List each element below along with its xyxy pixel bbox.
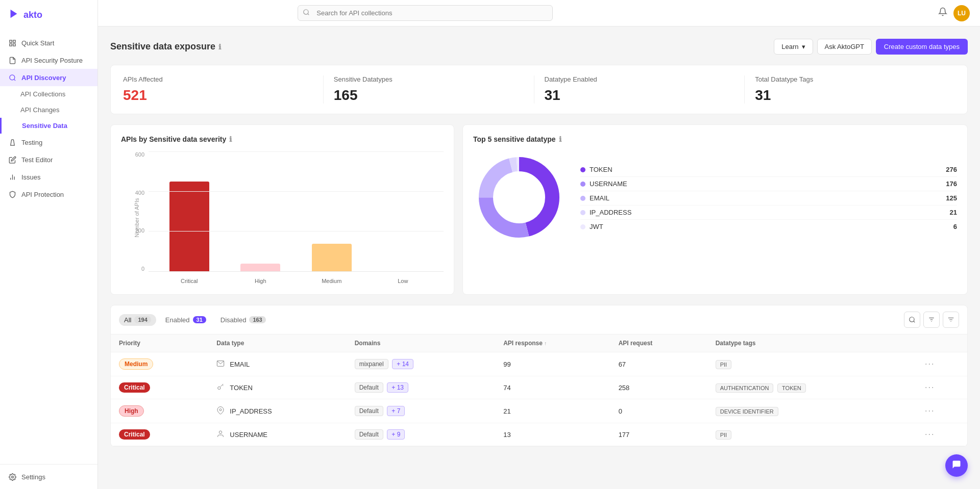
datatype-tags-cell: AUTHENTICATION TOKEN — [707, 376, 917, 399]
svg-point-5 — [9, 74, 14, 80]
donut-content: TOKEN 276 USERNAME 176 — [473, 151, 957, 245]
sidebar-nav: Quick Start API Security Posture API Dis… — [0, 30, 97, 464]
stat-total-tags: Total Datatype Tags 31 — [745, 75, 955, 104]
page-title: Sensitive data exposure ℹ — [110, 41, 221, 52]
chat-button[interactable] — [945, 454, 968, 477]
row-more-button[interactable]: ··· — [925, 430, 935, 439]
legend-item-username: USERNAME 176 — [580, 177, 957, 191]
api-response-cell: 13 — [495, 423, 610, 446]
ask-akto-button[interactable]: Ask AktoGPT — [817, 39, 872, 55]
col-api-response[interactable]: API response ↑ — [495, 334, 610, 352]
svg-line-12 — [308, 14, 309, 15]
settings-nav-item[interactable]: Settings — [8, 473, 89, 481]
table-body: Medium EMAIL mixpanel — [111, 352, 967, 446]
svg-line-20 — [914, 321, 915, 323]
bar-group-high — [230, 151, 291, 272]
row-actions-cell: ··· — [917, 399, 967, 423]
sidebar-item-api-changes[interactable]: API Changes — [0, 102, 97, 118]
sort-button[interactable] — [943, 312, 959, 328]
sidebar-item-testing[interactable]: Testing — [0, 134, 97, 151]
data-type-cell: TOKEN — [208, 376, 346, 399]
y-axis-label: Number of APIs — [134, 198, 140, 237]
api-response-cell: 21 — [495, 399, 610, 423]
user-icon — [216, 430, 225, 440]
domains-cell: Default + 13 — [347, 376, 496, 399]
datatype-tags-cell: PII — [707, 423, 917, 446]
svg-point-26 — [219, 408, 222, 410]
notification-icon[interactable] — [938, 7, 947, 19]
svg-point-11 — [304, 10, 308, 14]
sidebar-footer[interactable]: Settings — [0, 464, 97, 489]
sidebar-item-api-collections[interactable]: API Collections — [0, 86, 97, 102]
tab-enabled[interactable]: Enabled 31 — [160, 314, 211, 326]
sidebar-item-quick-start[interactable]: Quick Start — [0, 34, 97, 52]
col-datatype-tags: Datatype tags — [707, 334, 917, 352]
search-filter-button[interactable] — [904, 312, 920, 328]
info-icon: ℹ — [218, 43, 221, 51]
row-more-button[interactable]: ··· — [925, 359, 935, 368]
bars-container — [149, 151, 444, 272]
donut-chart-info-icon: ℹ — [559, 135, 561, 143]
sidebar-item-label: API Security Posture — [21, 57, 83, 64]
key-icon — [216, 383, 225, 393]
search-input[interactable] — [298, 5, 553, 21]
legend-item-jwt: JWT 6 — [580, 220, 957, 234]
logo[interactable]: akto — [0, 0, 97, 30]
chat-icon — [951, 459, 962, 472]
priority-badge-critical: Critical — [119, 429, 150, 440]
data-type-cell: IP_ADDRESS — [208, 399, 346, 423]
legend-item-email: EMAIL 125 — [580, 191, 957, 205]
content: Sensitive data exposure ℹ Learn ▾ Ask Ak… — [98, 27, 980, 489]
sidebar-item-issues[interactable]: Issues — [0, 168, 97, 186]
legend-dot-username — [580, 182, 585, 187]
filter-button[interactable] — [923, 312, 940, 328]
priority-cell: Critical — [111, 376, 208, 399]
stats-card: APIs Affected 521 Sensitive Datatypes 16… — [110, 65, 968, 114]
bar-group-critical — [159, 151, 220, 272]
sidebar-item-test-editor[interactable]: Test Editor — [0, 151, 97, 168]
discovery-icon — [8, 73, 16, 82]
priority-cell: High — [111, 399, 208, 423]
row-more-button[interactable]: ··· — [925, 383, 935, 392]
domains-cell: mixpanel + 14 — [347, 352, 496, 376]
bar-high — [240, 264, 280, 272]
bar-medium — [312, 244, 352, 272]
svg-rect-3 — [9, 43, 11, 45]
tab-disabled[interactable]: Disabled 163 — [215, 314, 271, 326]
svg-point-27 — [219, 431, 222, 433]
avatar[interactable]: LU — [953, 5, 970, 21]
legend-dot-ip-address — [580, 210, 585, 215]
api-request-cell: 67 — [610, 352, 707, 376]
tab-all[interactable]: All 194 — [119, 314, 156, 326]
bar-critical — [169, 182, 209, 272]
svg-point-18 — [494, 172, 545, 223]
grid-line-400 — [149, 191, 444, 192]
legend-dot-email — [580, 196, 585, 201]
bar-chart-title: APIs by Sensitive data severity ℹ — [121, 135, 444, 143]
svg-line-6 — [14, 79, 15, 81]
sidebar-item-api-discovery[interactable]: API Discovery — [0, 69, 97, 86]
api-response-cell: 74 — [495, 376, 610, 399]
sidebar-item-sensitive-data[interactable]: Sensitive Data — [0, 118, 97, 134]
priority-badge-critical: Critical — [119, 382, 150, 393]
domains-cell: Default + 7 — [347, 399, 496, 423]
priority-badge-high: High — [119, 405, 144, 417]
charts-row: APIs by Sensitive data severity ℹ 0 200 … — [110, 124, 968, 295]
grid-line-200 — [149, 231, 444, 231]
table-actions — [904, 312, 959, 328]
svg-rect-4 — [13, 43, 15, 45]
map-pin-icon — [216, 406, 225, 416]
donut-chart-card: Top 5 sensitive datatype ℹ — [462, 124, 968, 295]
sidebar-item-api-security-posture[interactable]: API Security Posture — [0, 52, 97, 69]
learn-button[interactable]: Learn ▾ — [774, 39, 813, 55]
table-tabs: All 194 Enabled 31 Disabled 163 — [111, 305, 967, 334]
sidebar-item-api-protection[interactable]: API Protection — [0, 186, 97, 203]
topbar-right: LU — [938, 5, 970, 21]
row-more-button[interactable]: ··· — [925, 406, 935, 415]
row-actions-cell: ··· — [917, 376, 967, 399]
create-custom-button[interactable]: Create custom data types — [876, 39, 968, 55]
data-table: Priority Data type Domains API response … — [111, 334, 967, 446]
search-bar-container — [298, 5, 553, 21]
page-header: Sensitive data exposure ℹ Learn ▾ Ask Ak… — [110, 39, 968, 55]
main-area: LU Sensitive data exposure ℹ Learn ▾ Ask… — [98, 0, 980, 489]
